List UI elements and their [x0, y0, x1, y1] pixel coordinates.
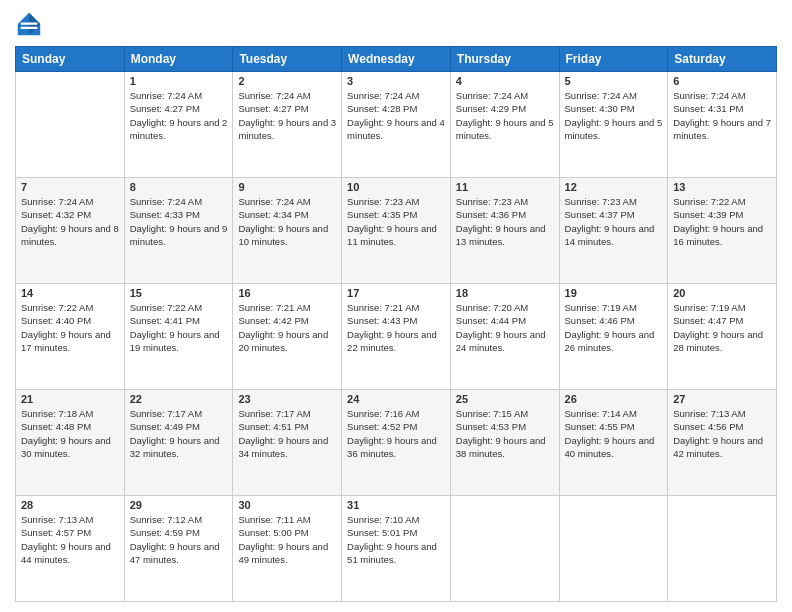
calendar-cell: 24 Sunrise: 7:16 AMSunset: 4:52 PMDaylig…	[342, 390, 451, 496]
calendar-cell: 20 Sunrise: 7:19 AMSunset: 4:47 PMDaylig…	[668, 284, 777, 390]
day-info: Sunrise: 7:23 AMSunset: 4:37 PMDaylight:…	[565, 196, 655, 247]
day-number: 23	[238, 393, 336, 405]
day-number: 8	[130, 181, 228, 193]
day-info: Sunrise: 7:15 AMSunset: 4:53 PMDaylight:…	[456, 408, 546, 459]
weekday-tuesday: Tuesday	[233, 47, 342, 72]
calendar-cell: 3 Sunrise: 7:24 AMSunset: 4:28 PMDayligh…	[342, 72, 451, 178]
day-info: Sunrise: 7:19 AMSunset: 4:47 PMDaylight:…	[673, 302, 763, 353]
calendar-cell: 30 Sunrise: 7:11 AMSunset: 5:00 PMDaylig…	[233, 496, 342, 602]
day-info: Sunrise: 7:17 AMSunset: 4:49 PMDaylight:…	[130, 408, 220, 459]
calendar-cell: 15 Sunrise: 7:22 AMSunset: 4:41 PMDaylig…	[124, 284, 233, 390]
day-number: 1	[130, 75, 228, 87]
weekday-wednesday: Wednesday	[342, 47, 451, 72]
day-info: Sunrise: 7:23 AMSunset: 4:36 PMDaylight:…	[456, 196, 546, 247]
day-number: 27	[673, 393, 771, 405]
day-number: 12	[565, 181, 663, 193]
calendar-cell: 2 Sunrise: 7:24 AMSunset: 4:27 PMDayligh…	[233, 72, 342, 178]
calendar-cell: 7 Sunrise: 7:24 AMSunset: 4:32 PMDayligh…	[16, 178, 125, 284]
logo-icon	[15, 10, 43, 38]
calendar-cell: 23 Sunrise: 7:17 AMSunset: 4:51 PMDaylig…	[233, 390, 342, 496]
day-number: 19	[565, 287, 663, 299]
day-info: Sunrise: 7:24 AMSunset: 4:29 PMDaylight:…	[456, 90, 554, 141]
day-number: 17	[347, 287, 445, 299]
day-info: Sunrise: 7:19 AMSunset: 4:46 PMDaylight:…	[565, 302, 655, 353]
day-info: Sunrise: 7:17 AMSunset: 4:51 PMDaylight:…	[238, 408, 328, 459]
day-number: 9	[238, 181, 336, 193]
day-number: 15	[130, 287, 228, 299]
calendar-cell	[450, 496, 559, 602]
day-info: Sunrise: 7:13 AMSunset: 4:56 PMDaylight:…	[673, 408, 763, 459]
day-number: 10	[347, 181, 445, 193]
calendar-cell: 9 Sunrise: 7:24 AMSunset: 4:34 PMDayligh…	[233, 178, 342, 284]
day-number: 31	[347, 499, 445, 511]
day-number: 7	[21, 181, 119, 193]
day-number: 6	[673, 75, 771, 87]
calendar-page: SundayMondayTuesdayWednesdayThursdayFrid…	[0, 0, 792, 612]
calendar-cell: 17 Sunrise: 7:21 AMSunset: 4:43 PMDaylig…	[342, 284, 451, 390]
week-row-0: 1 Sunrise: 7:24 AMSunset: 4:27 PMDayligh…	[16, 72, 777, 178]
svg-rect-3	[21, 27, 38, 29]
day-info: Sunrise: 7:12 AMSunset: 4:59 PMDaylight:…	[130, 514, 220, 565]
calendar-cell	[668, 496, 777, 602]
day-info: Sunrise: 7:24 AMSunset: 4:33 PMDaylight:…	[130, 196, 228, 247]
calendar-cell	[559, 496, 668, 602]
calendar-table: SundayMondayTuesdayWednesdayThursdayFrid…	[15, 46, 777, 602]
day-number: 3	[347, 75, 445, 87]
day-info: Sunrise: 7:22 AMSunset: 4:41 PMDaylight:…	[130, 302, 220, 353]
calendar-cell: 29 Sunrise: 7:12 AMSunset: 4:59 PMDaylig…	[124, 496, 233, 602]
day-number: 5	[565, 75, 663, 87]
calendar-cell: 25 Sunrise: 7:15 AMSunset: 4:53 PMDaylig…	[450, 390, 559, 496]
day-info: Sunrise: 7:24 AMSunset: 4:31 PMDaylight:…	[673, 90, 771, 141]
calendar-cell: 4 Sunrise: 7:24 AMSunset: 4:29 PMDayligh…	[450, 72, 559, 178]
calendar-cell: 5 Sunrise: 7:24 AMSunset: 4:30 PMDayligh…	[559, 72, 668, 178]
day-info: Sunrise: 7:14 AMSunset: 4:55 PMDaylight:…	[565, 408, 655, 459]
day-number: 25	[456, 393, 554, 405]
calendar-cell	[16, 72, 125, 178]
day-info: Sunrise: 7:22 AMSunset: 4:40 PMDaylight:…	[21, 302, 111, 353]
day-number: 4	[456, 75, 554, 87]
weekday-thursday: Thursday	[450, 47, 559, 72]
day-number: 24	[347, 393, 445, 405]
calendar-cell: 21 Sunrise: 7:18 AMSunset: 4:48 PMDaylig…	[16, 390, 125, 496]
day-info: Sunrise: 7:24 AMSunset: 4:27 PMDaylight:…	[130, 90, 228, 141]
day-info: Sunrise: 7:22 AMSunset: 4:39 PMDaylight:…	[673, 196, 763, 247]
weekday-header-row: SundayMondayTuesdayWednesdayThursdayFrid…	[16, 47, 777, 72]
calendar-cell: 6 Sunrise: 7:24 AMSunset: 4:31 PMDayligh…	[668, 72, 777, 178]
calendar-cell: 22 Sunrise: 7:17 AMSunset: 4:49 PMDaylig…	[124, 390, 233, 496]
day-info: Sunrise: 7:10 AMSunset: 5:01 PMDaylight:…	[347, 514, 437, 565]
day-number: 26	[565, 393, 663, 405]
day-info: Sunrise: 7:20 AMSunset: 4:44 PMDaylight:…	[456, 302, 546, 353]
day-info: Sunrise: 7:18 AMSunset: 4:48 PMDaylight:…	[21, 408, 111, 459]
day-number: 11	[456, 181, 554, 193]
day-info: Sunrise: 7:24 AMSunset: 4:27 PMDaylight:…	[238, 90, 336, 141]
day-number: 30	[238, 499, 336, 511]
week-row-3: 21 Sunrise: 7:18 AMSunset: 4:48 PMDaylig…	[16, 390, 777, 496]
day-info: Sunrise: 7:23 AMSunset: 4:35 PMDaylight:…	[347, 196, 437, 247]
day-info: Sunrise: 7:21 AMSunset: 4:43 PMDaylight:…	[347, 302, 437, 353]
calendar-cell: 27 Sunrise: 7:13 AMSunset: 4:56 PMDaylig…	[668, 390, 777, 496]
logo	[15, 10, 47, 38]
header	[15, 10, 777, 38]
calendar-cell: 16 Sunrise: 7:21 AMSunset: 4:42 PMDaylig…	[233, 284, 342, 390]
calendar-cell: 28 Sunrise: 7:13 AMSunset: 4:57 PMDaylig…	[16, 496, 125, 602]
calendar-cell: 8 Sunrise: 7:24 AMSunset: 4:33 PMDayligh…	[124, 178, 233, 284]
week-row-4: 28 Sunrise: 7:13 AMSunset: 4:57 PMDaylig…	[16, 496, 777, 602]
week-row-1: 7 Sunrise: 7:24 AMSunset: 4:32 PMDayligh…	[16, 178, 777, 284]
day-number: 22	[130, 393, 228, 405]
day-number: 2	[238, 75, 336, 87]
day-info: Sunrise: 7:11 AMSunset: 5:00 PMDaylight:…	[238, 514, 328, 565]
calendar-cell: 14 Sunrise: 7:22 AMSunset: 4:40 PMDaylig…	[16, 284, 125, 390]
day-number: 16	[238, 287, 336, 299]
calendar-cell: 18 Sunrise: 7:20 AMSunset: 4:44 PMDaylig…	[450, 284, 559, 390]
day-info: Sunrise: 7:24 AMSunset: 4:28 PMDaylight:…	[347, 90, 445, 141]
calendar-cell: 1 Sunrise: 7:24 AMSunset: 4:27 PMDayligh…	[124, 72, 233, 178]
day-number: 13	[673, 181, 771, 193]
calendar-cell: 11 Sunrise: 7:23 AMSunset: 4:36 PMDaylig…	[450, 178, 559, 284]
calendar-cell: 31 Sunrise: 7:10 AMSunset: 5:01 PMDaylig…	[342, 496, 451, 602]
weekday-saturday: Saturday	[668, 47, 777, 72]
calendar-cell: 12 Sunrise: 7:23 AMSunset: 4:37 PMDaylig…	[559, 178, 668, 284]
day-number: 14	[21, 287, 119, 299]
day-info: Sunrise: 7:24 AMSunset: 4:32 PMDaylight:…	[21, 196, 119, 247]
weekday-monday: Monday	[124, 47, 233, 72]
svg-rect-2	[21, 23, 38, 25]
